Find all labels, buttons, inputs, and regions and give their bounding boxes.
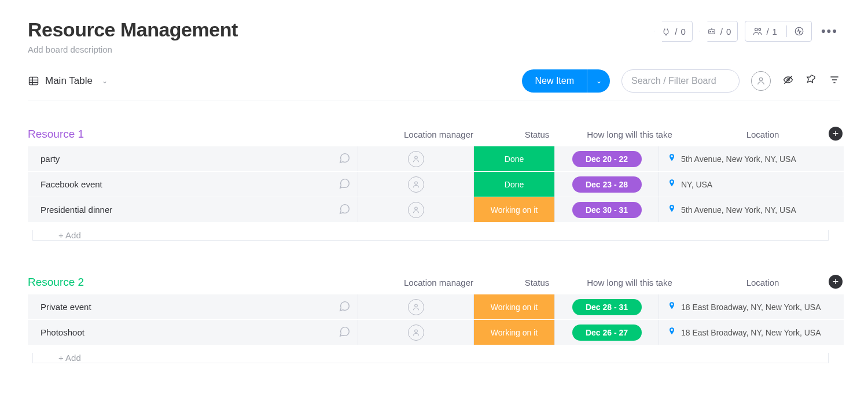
automations-count: 0 (726, 27, 731, 36)
avatar-placeholder-icon (408, 325, 424, 341)
svg-point-3 (755, 28, 758, 31)
location-text: 5th Avenue, New York, NY, USA (681, 154, 796, 164)
timeline-cell[interactable]: Dec 28 - 31 (554, 294, 659, 319)
timeline-cell[interactable]: Dec 20 - 22 (554, 146, 659, 171)
members-count: 1 (773, 27, 777, 36)
column-header-timeline[interactable]: How long will this take (578, 130, 682, 139)
svg-point-1 (710, 31, 711, 32)
column-header-location[interactable]: Location (682, 278, 844, 287)
timeline-pill: Dec 20 - 22 (572, 151, 642, 167)
location-cell[interactable]: NY, USA (659, 172, 844, 197)
location-cell[interactable]: 18 East Broadway, NY, New York, USA (659, 320, 844, 345)
svg-point-7 (759, 78, 762, 80)
svg-rect-0 (709, 30, 715, 34)
svg-point-10 (414, 156, 417, 159)
more-menu-icon[interactable]: ••• (819, 24, 840, 39)
pin-icon[interactable] (806, 74, 817, 88)
automations-badge[interactable]: / 0 (700, 21, 738, 42)
table-row[interactable]: party Done Dec 20 - 22 5th Avenue, New Y… (28, 146, 840, 172)
item-name[interactable]: Presidential dinner (41, 205, 112, 215)
location-text: NY, USA (681, 180, 712, 189)
location-cell[interactable]: 5th Avenue, New York, NY, USA (659, 197, 844, 222)
add-item-row[interactable]: + Add (32, 230, 829, 241)
hide-columns-icon[interactable] (782, 74, 794, 88)
status-cell[interactable]: Working on it (473, 320, 554, 345)
integrations-badge[interactable]: / 0 (654, 21, 693, 42)
svg-point-4 (759, 28, 761, 31)
conversation-icon[interactable] (338, 177, 351, 191)
column-header-timeline[interactable]: How long will this take (578, 278, 682, 287)
status-badge: Working on it (474, 320, 554, 345)
item-name[interactable]: party (41, 154, 60, 164)
conversation-icon[interactable] (338, 325, 351, 340)
status-badge: Working on it (474, 294, 554, 319)
manager-cell[interactable] (358, 294, 473, 319)
timeline-cell[interactable]: Dec 30 - 31 (554, 197, 659, 222)
table-row[interactable]: Private event Working on it Dec 28 - 31 … (28, 294, 840, 320)
members-badge[interactable]: / 1 (745, 21, 812, 42)
conversation-icon[interactable] (338, 152, 351, 166)
column-header-location[interactable]: Location (682, 130, 844, 139)
board-description[interactable]: Add board description (28, 45, 238, 54)
location-cell[interactable]: 18 East Broadway, NY, New York, USA (659, 294, 844, 319)
item-name[interactable]: Facebook event (41, 179, 102, 189)
search-box[interactable] (621, 69, 740, 93)
location-text: 5th Avenue, New York, NY, USA (681, 205, 796, 215)
chevron-down-icon: ⌄ (102, 77, 108, 85)
svg-point-13 (414, 304, 417, 307)
search-input[interactable] (631, 76, 730, 86)
board-title[interactable]: Resource Management (28, 19, 238, 41)
person-icon (756, 76, 766, 86)
location-pin-icon (667, 153, 676, 164)
add-item-row[interactable]: + Add (32, 353, 829, 363)
avatar-placeholder-icon (408, 202, 424, 218)
column-header-status[interactable]: Status (496, 278, 578, 287)
avatar-placeholder-icon (408, 299, 424, 315)
group-title[interactable]: Resource 2 (28, 276, 84, 289)
add-column-button[interactable]: + (829, 127, 843, 141)
filter-icon[interactable] (829, 74, 840, 88)
table-row[interactable]: Photoshoot Working on it Dec 26 - 27 18 … (28, 320, 840, 345)
plug-icon (661, 26, 671, 36)
status-cell[interactable]: Done (473, 146, 554, 171)
svg-point-2 (712, 31, 713, 32)
status-cell[interactable]: Working on it (473, 294, 554, 319)
group-title[interactable]: Resource 1 (28, 128, 84, 141)
activity-icon[interactable] (794, 26, 804, 36)
add-column-button[interactable]: + (829, 275, 843, 289)
person-filter[interactable] (751, 71, 771, 91)
timeline-pill: Dec 30 - 31 (572, 202, 642, 218)
timeline-cell[interactable]: Dec 26 - 27 (554, 320, 659, 345)
view-switcher[interactable]: Main Table ⌄ (28, 75, 108, 87)
location-pin-icon (667, 204, 676, 215)
new-item-dropdown[interactable]: ⌄ (587, 69, 610, 93)
location-pin-icon (667, 301, 676, 312)
manager-cell[interactable] (358, 320, 473, 345)
table-row[interactable]: Facebook event Done Dec 23 - 28 NY, USA (28, 172, 840, 197)
conversation-icon[interactable] (338, 300, 351, 314)
manager-cell[interactable] (358, 172, 473, 197)
conversation-icon[interactable] (338, 202, 351, 217)
svg-point-12 (414, 207, 417, 210)
view-label: Main Table (45, 75, 93, 87)
table-row[interactable]: Presidential dinner Working on it Dec 30… (28, 197, 840, 223)
new-item-button[interactable]: New Item (522, 69, 587, 93)
avatar-placeholder-icon (408, 151, 424, 167)
timeline-pill: Dec 23 - 28 (572, 176, 642, 193)
location-pin-icon (667, 327, 676, 338)
location-text: 18 East Broadway, NY, New York, USA (681, 328, 821, 337)
item-name[interactable]: Photoshoot (41, 327, 84, 337)
status-badge: Done (474, 172, 554, 197)
status-cell[interactable]: Done (473, 172, 554, 197)
location-cell[interactable]: 5th Avenue, New York, NY, USA (659, 146, 844, 171)
manager-cell[interactable] (358, 146, 473, 171)
item-name[interactable]: Private event (41, 302, 91, 312)
location-pin-icon (667, 179, 676, 190)
status-badge: Working on it (474, 197, 554, 222)
status-cell[interactable]: Working on it (473, 197, 554, 222)
timeline-cell[interactable]: Dec 23 - 28 (554, 172, 659, 197)
column-header-manager[interactable]: Location manager (381, 278, 496, 287)
column-header-status[interactable]: Status (496, 130, 578, 139)
column-header-manager[interactable]: Location manager (381, 130, 496, 139)
manager-cell[interactable] (358, 197, 473, 222)
